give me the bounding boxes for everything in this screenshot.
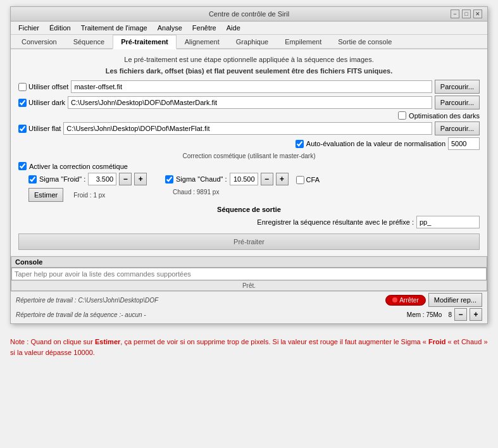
sigma-froid-checkbox[interactable] [28,175,37,184]
sigma-chaud-input[interactable] [230,173,258,185]
sigma-chaud-group: Sigma "Chaud" : − + CFA [165,173,480,185]
titlebar-controls: − □ ✕ [451,9,482,18]
correction-cosmetique-section: Correction cosmétique (utilisant le mast… [18,152,480,202]
note-froid: Froid [428,338,446,345]
main-window: Centre de contrôle de Siril − □ ✕ Fichie… [10,6,488,324]
cfa-label: CFA [306,176,320,184]
console-label: Console [11,257,487,268]
statusbar: Répertoire de travail : C:\Users\John\De… [11,291,487,323]
tab-empilement[interactable]: Empilement [277,35,330,49]
sigma-froid-group: Sigma "Froid" : − + [28,173,158,185]
estimer-button[interactable]: Estimer [28,188,63,202]
statusbar-right2: Mem : 75Mo 8 − + [407,308,482,321]
utiliser-flat-checkbox[interactable] [18,125,27,133]
note-text-middle: , ça permet de voir si on supprime trop … [120,338,428,345]
sigma-froid-label: Sigma "Froid" : [39,175,85,183]
utiliser-flat-row: Utiliser flat Parcourir... [18,121,480,135]
offset-path-input[interactable] [71,80,432,93]
sigma-froid-input[interactable] [88,173,116,185]
utiliser-dark-row: Utiliser dark Parcourir... [18,96,480,109]
froid-info: Froid : 1 px [73,192,105,199]
auto-eval-label: Auto-évaluation de la valeur de normalis… [306,140,445,147]
optimisation-label: Optimisation des darks [409,112,480,120]
arreter-button[interactable]: Arrêter [385,295,426,306]
menu-analyse[interactable]: Analyse [153,23,187,33]
sigma-chaud-plus-button[interactable]: + [276,173,289,185]
parcourir-dark-button[interactable]: Parcourir... [435,96,480,109]
statusbar-row1: Répertoire de travail : C:\Users\John\De… [16,293,482,307]
cfa-section: CFA [296,175,320,184]
cfa-checkbox[interactable] [296,176,304,184]
menu-aide[interactable]: Aide [221,23,246,33]
utiliser-flat-label: Utiliser flat [18,125,61,133]
activer-correction-row: Activer la correction cosmétique [18,162,480,170]
utiliser-offset-checkbox[interactable] [18,83,27,91]
tab-sequence[interactable]: Séquence [65,35,113,49]
repertoire-travail: Répertoire de travail : C:\Users\John\De… [16,297,158,304]
parcourir-flat-button[interactable]: Parcourir... [435,121,480,135]
statusbar-row2: Répertoire de travail de la séquence :- … [16,308,482,321]
arreter-label: Arrêter [399,297,419,304]
parcourir-offset-button[interactable]: Parcourir... [435,80,480,94]
statusbar-right1: Arrêter Modifier rep... [385,293,482,307]
prefix-input[interactable] [416,216,480,228]
tabbar: Conversion Séquence Pré-traitement Align… [11,35,487,49]
sequence-sortie-section: Séquence de sortie Enregistrer la séquen… [18,206,480,228]
utiliser-dark-text: Utiliser dark [28,99,65,106]
tab-alignement[interactable]: Alignement [177,35,228,49]
utiliser-dark-checkbox[interactable] [18,99,27,107]
sequence-sortie-title: Séquence de sortie [18,206,480,213]
optimisation-row: Optimisation des darks [18,111,480,120]
stop-dot-icon [392,297,397,302]
sigma-chaud-checkbox[interactable] [165,175,173,184]
auto-eval-checkbox[interactable] [296,140,304,148]
pretraiter-button[interactable]: Pré-traiter [18,233,480,250]
flat-path-input[interactable] [63,122,432,135]
modifier-rep-button[interactable]: Modifier rep... [428,293,482,307]
activer-correction-label: Activer la correction cosmétique [29,163,128,170]
menu-fenetre[interactable]: Fenêtre [187,23,221,33]
bottom-note: Note : Quand on clique sur Estimer, ça p… [0,330,498,364]
dark-path-input[interactable] [68,96,432,109]
sequence-row: Enregistrer la séquence résultante avec … [18,216,480,228]
optimisation-checkbox[interactable] [398,111,406,120]
maximize-button[interactable]: □ [462,9,471,18]
correction-cosmetique-title: Correction cosmétique (utilisant le mast… [18,152,480,159]
sigma-froid-plus-button[interactable]: + [134,173,147,185]
num-minus-button[interactable]: − [454,308,467,321]
auto-eval-row: Auto-évaluation de la valeur de normalis… [18,137,480,150]
note-estimer: Estimer [95,338,120,345]
utiliser-offset-label: Utiliser offset [18,83,68,91]
utiliser-flat-text: Utiliser flat [28,125,61,132]
minimize-button[interactable]: − [451,9,459,18]
menu-edition[interactable]: Édition [44,23,76,33]
info-line1: Le pré-traitement est une étape optionne… [18,54,480,65]
chaud-info: Chaud : 9891 px [173,189,219,196]
tab-sortie-console[interactable]: Sortie de console [330,35,400,49]
sigma-chaud-minus-button[interactable]: − [261,173,273,185]
repertoire-sequence: Répertoire de travail de la séquence :- … [16,311,146,318]
menu-fichier[interactable]: Fichier [13,23,44,33]
note-text-before: Note : Quand on clique sur [10,338,95,345]
utiliser-dark-label: Utiliser dark [18,99,65,107]
activer-correction-checkbox[interactable] [18,162,27,170]
close-button[interactable]: ✕ [473,9,482,18]
console-section: Console Prêt. [11,256,487,291]
window-title: Centre de contrôle de Siril [47,10,451,18]
sigma-froid-minus-button[interactable]: − [119,173,132,185]
tab-pretraitement[interactable]: Pré-traitement [113,35,177,49]
titlebar: Centre de contrôle de Siril − □ ✕ [11,7,487,22]
num-plus-button[interactable]: + [470,308,482,321]
tab-graphique[interactable]: Graphique [228,35,277,49]
auto-eval-input[interactable] [448,137,480,150]
content-area: Le pré-traitement est une étape optionne… [11,49,487,255]
enregistrer-label: Enregistrer la séquence résultante avec … [257,218,414,226]
utiliser-offset-text: Utiliser offset [28,83,68,90]
info-line2: Les fichiers dark, offset (bias) et flat… [18,67,480,75]
utiliser-offset-row: Utiliser offset Parcourir... [18,80,480,94]
menubar: Fichier Édition Traitement de l'image An… [11,22,487,35]
tab-conversion[interactable]: Conversion [13,35,65,49]
console-input[interactable] [11,268,487,280]
console-status: Prêt. [11,280,487,290]
menu-traitement[interactable]: Traitement de l'image [76,23,153,33]
